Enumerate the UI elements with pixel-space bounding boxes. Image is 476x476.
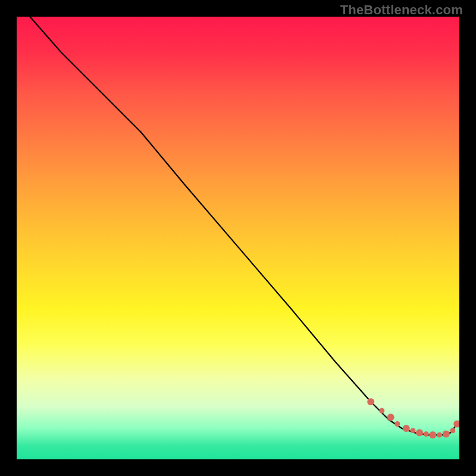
watermark-label: TheBottleneck.com [340,2,463,18]
chart-background [17,17,459,459]
